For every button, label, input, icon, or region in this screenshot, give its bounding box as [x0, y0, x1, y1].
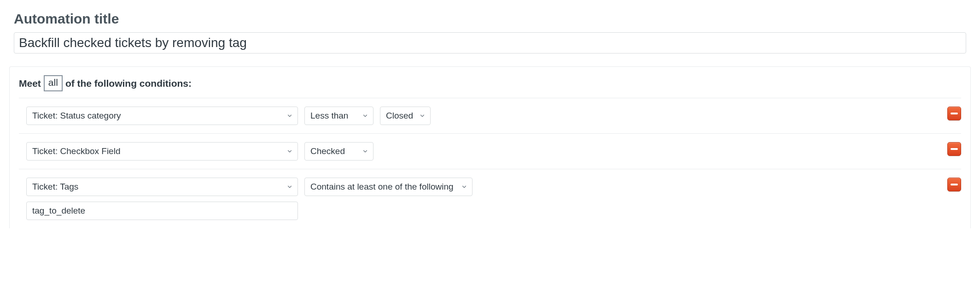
- condition-row: Ticket: Checkbox Field Checked: [19, 133, 961, 169]
- conditions-header: Meet all of the following conditions:: [19, 75, 961, 91]
- condition-row: Ticket: Tags Contains at least one of th…: [19, 169, 961, 228]
- chevron-down-icon: [286, 184, 293, 190]
- remove-condition-button[interactable]: [947, 178, 961, 191]
- conditions-header-suffix: of the following conditions:: [65, 78, 192, 89]
- condition-operator-value: Checked: [310, 146, 345, 156]
- chevron-down-icon: [286, 113, 293, 119]
- condition-operator-value: Contains at least one of the following: [310, 182, 454, 192]
- condition-field-value: Ticket: Status category: [32, 111, 121, 121]
- automation-title-label: Automation title: [14, 11, 971, 27]
- condition-value-select[interactable]: Closed: [380, 107, 431, 125]
- automation-title-input[interactable]: [14, 32, 966, 54]
- condition-field-value: Ticket: Tags: [32, 182, 78, 192]
- chevron-down-icon: [362, 113, 368, 119]
- remove-condition-button[interactable]: [947, 142, 961, 156]
- remove-condition-button[interactable]: [947, 107, 961, 120]
- condition-field-value: Ticket: Checkbox Field: [32, 146, 120, 156]
- minus-icon: [951, 184, 958, 185]
- condition-tag-input[interactable]: [26, 202, 298, 220]
- chevron-down-icon: [362, 148, 368, 155]
- minus-icon: [951, 148, 958, 150]
- minus-icon: [951, 113, 958, 114]
- condition-row: Ticket: Status category Less than Closed: [19, 98, 961, 133]
- condition-operator-select[interactable]: Less than: [304, 107, 373, 125]
- condition-field-select[interactable]: Ticket: Tags: [26, 178, 298, 196]
- condition-field-select[interactable]: Ticket: Checkbox Field: [26, 142, 298, 161]
- condition-operator-select[interactable]: Checked: [304, 142, 373, 161]
- conditions-match-type-select[interactable]: all: [44, 75, 63, 91]
- conditions-header-prefix: Meet: [19, 78, 41, 89]
- conditions-block: Meet all of the following conditions: Ti…: [9, 66, 971, 228]
- condition-operator-select[interactable]: Contains at least one of the following: [304, 178, 472, 196]
- chevron-down-icon: [286, 148, 293, 155]
- chevron-down-icon: [461, 184, 467, 190]
- condition-field-select[interactable]: Ticket: Status category: [26, 107, 298, 125]
- condition-value-text: Closed: [386, 111, 413, 121]
- condition-operator-value: Less than: [310, 111, 348, 121]
- chevron-down-icon: [419, 113, 426, 119]
